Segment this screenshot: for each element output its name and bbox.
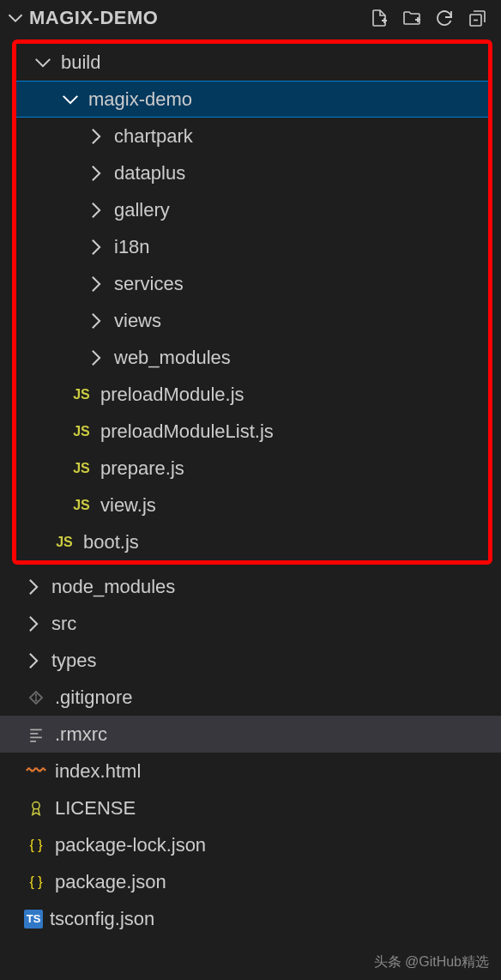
folder-gallery[interactable]: gallery	[16, 191, 488, 228]
refresh-icon[interactable]	[434, 8, 455, 28]
folder-label: build	[61, 51, 100, 74]
file-label: boot.js	[83, 531, 139, 554]
folder-services[interactable]: services	[16, 265, 488, 302]
file-index-html[interactable]: 〰 index.html	[0, 753, 501, 789]
file-label: index.html	[55, 760, 141, 783]
explorer-header: MAGIX-DEMO	[0, 0, 501, 38]
file-boot[interactable]: JS boot.js	[16, 523, 488, 560]
chevron-right-icon	[24, 578, 43, 596]
chevron-right-icon	[87, 238, 106, 257]
folder-label: types	[51, 650, 97, 672]
file-preload-module-list[interactable]: JS preloadModuleList.js	[16, 413, 488, 450]
file-preload-module[interactable]: JS preloadModule.js	[16, 376, 488, 413]
project-title: MAGIX-DEMO	[29, 7, 158, 29]
file-label: view.js	[100, 494, 156, 517]
js-icon: JS	[69, 498, 94, 513]
folder-chartpark[interactable]: chartpark	[16, 118, 488, 154]
chevron-right-icon	[24, 614, 43, 633]
folder-magix-demo[interactable]: magix-demo	[16, 81, 488, 118]
chevron-down-icon[interactable]	[7, 9, 24, 27]
header-actions	[369, 8, 494, 28]
folder-label: i18n	[114, 236, 150, 258]
folder-label: chartpark	[114, 125, 193, 148]
highlight-box: build magix-demo chartpark dataplus gall	[12, 39, 492, 565]
chevron-right-icon	[87, 312, 106, 330]
file-rmxrc[interactable]: .rmxrc	[0, 716, 501, 753]
html-icon: 〰	[24, 760, 48, 783]
watermark: 头条 @GitHub精选	[374, 953, 489, 971]
folder-label: gallery	[114, 199, 170, 221]
json-icon: { }	[24, 838, 48, 853]
folder-src[interactable]: src	[0, 605, 501, 642]
folder-label: web_modules	[114, 347, 231, 369]
file-label: prepare.js	[100, 457, 184, 480]
svg-point-3	[33, 802, 39, 808]
ts-icon: TS	[24, 910, 43, 929]
chevron-right-icon	[24, 651, 43, 670]
file-label: LICENSE	[55, 797, 136, 820]
chevron-right-icon	[87, 127, 106, 146]
folder-label: src	[51, 613, 76, 635]
file-label: .gitignore	[55, 687, 133, 709]
js-icon: JS	[69, 461, 94, 476]
lines-icon	[24, 727, 48, 742]
root-files: node_modules src types .gitignore .rmxrc	[0, 568, 501, 937]
file-label: preloadModuleList.js	[100, 420, 274, 443]
folder-web-modules[interactable]: web_modules	[16, 339, 488, 376]
folder-label: views	[114, 310, 161, 332]
git-icon	[24, 689, 48, 706]
file-view[interactable]: JS view.js	[16, 487, 488, 523]
folder-label: dataplus	[114, 162, 185, 185]
file-label: preloadModule.js	[100, 384, 244, 406]
js-icon: JS	[69, 387, 94, 402]
chevron-down-icon	[61, 90, 80, 109]
collapse-all-icon[interactable]	[467, 8, 487, 28]
folder-node-modules[interactable]: node_modules	[0, 568, 501, 605]
chevron-right-icon	[87, 164, 106, 183]
js-icon: JS	[52, 535, 76, 550]
chevron-down-icon	[33, 53, 52, 72]
folder-types[interactable]: types	[0, 642, 501, 679]
folder-views[interactable]: views	[16, 302, 488, 339]
file-label: tsconfig.json	[50, 908, 154, 930]
file-gitignore[interactable]: .gitignore	[0, 679, 501, 716]
folder-i18n[interactable]: i18n	[16, 228, 488, 265]
file-package-lock[interactable]: { } package-lock.json	[0, 826, 501, 863]
js-icon: JS	[69, 424, 94, 439]
new-folder-icon[interactable]	[401, 8, 422, 28]
folder-dataplus[interactable]: dataplus	[16, 154, 488, 191]
folder-label: services	[114, 273, 184, 295]
chevron-right-icon	[87, 348, 106, 367]
folder-label: node_modules	[51, 576, 175, 598]
file-tsconfig[interactable]: TS tsconfig.json	[0, 900, 501, 937]
file-package-json[interactable]: { } package.json	[0, 863, 501, 900]
file-label: package-lock.json	[55, 834, 206, 856]
chevron-right-icon	[87, 201, 106, 220]
folder-build[interactable]: build	[16, 44, 488, 81]
file-tree: build magix-demo chartpark dataplus gall	[0, 39, 501, 937]
folder-label: magix-demo	[88, 88, 192, 111]
new-file-icon[interactable]	[369, 8, 389, 28]
file-label: package.json	[55, 871, 166, 893]
chevron-right-icon	[87, 275, 106, 293]
json-icon: { }	[24, 874, 48, 890]
file-prepare[interactable]: JS prepare.js	[16, 450, 488, 487]
file-label: .rmxrc	[55, 723, 107, 746]
license-icon	[24, 800, 48, 817]
file-license[interactable]: LICENSE	[0, 789, 501, 826]
